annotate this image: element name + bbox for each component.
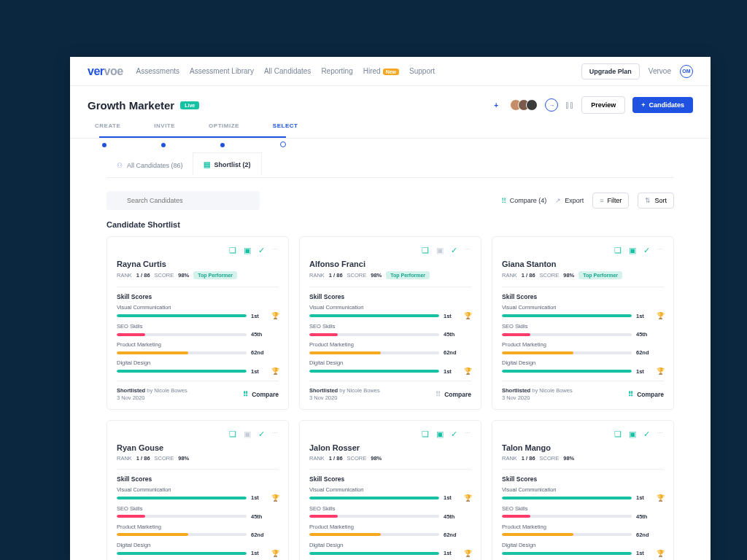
chat-icon[interactable]: ▣ bbox=[629, 246, 636, 255]
skill-row: Product Marketing 62nd bbox=[309, 524, 471, 538]
candidate-name[interactable]: Alfonso Franci bbox=[309, 260, 471, 268]
skill-rank: 1st bbox=[636, 494, 652, 501]
skill-row: SEO Skills 45th bbox=[502, 505, 664, 520]
step-create[interactable]: CREATE bbox=[95, 122, 120, 129]
check-icon[interactable]: ✓ bbox=[258, 429, 265, 439]
skills-title: Skill Scores bbox=[117, 293, 279, 300]
candidate-name[interactable]: Talon Mango bbox=[502, 443, 664, 452]
skill-bar bbox=[309, 314, 439, 317]
nav-reporting[interactable]: Reporting bbox=[321, 67, 352, 75]
skill-label: SEO Skills bbox=[117, 505, 279, 512]
preview-button[interactable]: Preview bbox=[581, 96, 625, 114]
nav-all-candidates[interactable]: All Candidates bbox=[264, 67, 311, 75]
more-icon[interactable]: ⋯ bbox=[465, 429, 471, 439]
candidate-card: ❏ ▣ ✓ ⋯ Talon Mango RANK1 / 86 SCORE98% … bbox=[492, 420, 674, 561]
more-icon[interactable]: ⋯ bbox=[272, 246, 279, 255]
skill-row: Digital Design 1st 🏆 bbox=[309, 359, 471, 375]
skill-label: Product Marketing bbox=[309, 524, 471, 530]
step-select[interactable]: SELECT bbox=[273, 122, 298, 129]
skill-row: Product Marketing 62nd bbox=[502, 524, 664, 538]
more-icon[interactable]: ⋯ bbox=[272, 429, 279, 439]
grid-icon: ⠿ bbox=[501, 197, 506, 205]
check-icon[interactable]: ✓ bbox=[451, 246, 457, 255]
chat-icon[interactable]: ▣ bbox=[436, 246, 444, 255]
compare-button[interactable]: ⠿Compare bbox=[243, 390, 279, 398]
nav-assessment-library[interactable]: Assessment Library bbox=[190, 67, 254, 75]
bookmark-icon[interactable]: ❏ bbox=[229, 246, 236, 255]
skill-bar bbox=[117, 351, 247, 354]
bookmark-icon[interactable]: ❏ bbox=[229, 429, 236, 439]
top-performer-badge: Top Performer bbox=[386, 271, 430, 279]
skill-label: Digital Design bbox=[309, 359, 471, 366]
chat-icon[interactable]: ▣ bbox=[244, 429, 251, 439]
nav-hired[interactable]: HiredNew bbox=[363, 67, 399, 75]
skill-label: Visual Communication bbox=[502, 486, 664, 493]
candidates-button[interactable]: +Candidates bbox=[632, 97, 693, 113]
skill-label: Visual Communication bbox=[502, 304, 664, 311]
bookmark-icon[interactable]: ❏ bbox=[614, 246, 622, 255]
skill-row: Visual Communication 1st 🏆 bbox=[117, 486, 279, 502]
skill-row: SEO Skills 45th bbox=[117, 323, 279, 338]
chat-icon[interactable]: ▣ bbox=[629, 429, 636, 439]
share-icon[interactable]: → bbox=[545, 98, 558, 112]
skill-label: SEO Skills bbox=[309, 323, 471, 330]
skill-rank: 45th bbox=[444, 331, 460, 338]
filter-button[interactable]: ≡Filter bbox=[592, 192, 629, 209]
candidate-meta: RANK1 / 86 SCORE98% Top Performer bbox=[309, 271, 471, 279]
live-badge: Live bbox=[180, 101, 199, 109]
search-input[interactable] bbox=[107, 191, 260, 210]
skill-row: Product Marketing 62nd bbox=[309, 341, 471, 356]
collaborator-avatars[interactable] bbox=[510, 99, 538, 111]
top-performer-badge: Top Performer bbox=[193, 271, 237, 279]
skill-bar bbox=[117, 370, 247, 373]
bookmark-icon[interactable]: ❏ bbox=[614, 429, 622, 439]
candidate-name[interactable]: Ryan Gouse bbox=[117, 443, 279, 452]
compare-link[interactable]: ⠿Compare (4) bbox=[501, 197, 547, 205]
bookmark-icon[interactable]: ❏ bbox=[422, 429, 429, 439]
candidate-card: ❏ ▣ ✓ ⋯ Alfonso Franci RANK1 / 86 SCORE9… bbox=[299, 236, 481, 410]
upgrade-plan-button[interactable]: Upgrade Plan bbox=[581, 63, 640, 79]
step-invite[interactable]: INVITE bbox=[154, 122, 175, 129]
account-name[interactable]: Vervoe bbox=[649, 67, 671, 75]
sort-button[interactable]: ⇅Sort bbox=[638, 192, 674, 209]
step-optimize[interactable]: OPTIMIZE bbox=[209, 122, 239, 129]
analytics-icon[interactable]: ⫿⫿ bbox=[565, 100, 574, 110]
trophy-icon: 🏆 bbox=[271, 368, 279, 375]
skill-label: SEO Skills bbox=[502, 323, 664, 330]
skill-bar bbox=[502, 351, 632, 354]
assessment-title: Growth Marketer bbox=[88, 99, 174, 112]
more-icon[interactable]: ⋯ bbox=[657, 246, 664, 255]
skill-rank: 45th bbox=[636, 331, 652, 338]
nav-assessments[interactable]: Assessments bbox=[136, 67, 179, 75]
check-icon[interactable]: ✓ bbox=[451, 429, 457, 439]
skill-row: Digital Design 1st 🏆 bbox=[502, 359, 664, 375]
export-link[interactable]: ↗Export bbox=[555, 197, 584, 204]
skill-rank: 62nd bbox=[444, 349, 460, 356]
chat-icon[interactable]: ▣ bbox=[244, 246, 251, 255]
candidate-name[interactable]: Giana Stanton bbox=[502, 260, 664, 268]
skill-rank: 62nd bbox=[636, 532, 652, 538]
check-icon[interactable]: ✓ bbox=[643, 246, 650, 255]
check-icon[interactable]: ✓ bbox=[258, 246, 265, 255]
tab-all-candidates[interactable]: ⚇All Candidates (86) bbox=[107, 153, 193, 177]
more-icon[interactable]: ⋯ bbox=[465, 246, 471, 255]
account-avatar[interactable]: OM bbox=[680, 65, 693, 78]
nav-links: Assessments Assessment Library All Candi… bbox=[136, 67, 435, 75]
add-user-icon[interactable]: + bbox=[489, 98, 503, 112]
skill-row: Digital Design 1st 🏆 bbox=[309, 542, 471, 557]
compare-button[interactable]: ⠿Compare bbox=[628, 390, 664, 398]
nav-support[interactable]: Support bbox=[409, 67, 435, 75]
tab-shortlist[interactable]: ▤Shortlist (2) bbox=[193, 153, 261, 177]
skill-row: Visual Communication 1st 🏆 bbox=[309, 486, 471, 502]
candidate-name[interactable]: Jalon Rosser bbox=[309, 443, 471, 452]
bookmark-icon[interactable]: ❏ bbox=[422, 246, 429, 255]
check-icon[interactable]: ✓ bbox=[643, 429, 650, 439]
skill-row: Digital Design 1st 🏆 bbox=[117, 542, 279, 557]
skill-label: Product Marketing bbox=[309, 341, 471, 348]
compare-button[interactable]: ⠿Compare bbox=[436, 390, 471, 398]
more-icon[interactable]: ⋯ bbox=[657, 429, 664, 439]
chat-icon[interactable]: ▣ bbox=[436, 429, 444, 439]
skill-label: SEO Skills bbox=[502, 505, 664, 512]
skill-rank: 1st bbox=[251, 550, 267, 556]
candidate-name[interactable]: Rayna Curtis bbox=[117, 260, 279, 268]
